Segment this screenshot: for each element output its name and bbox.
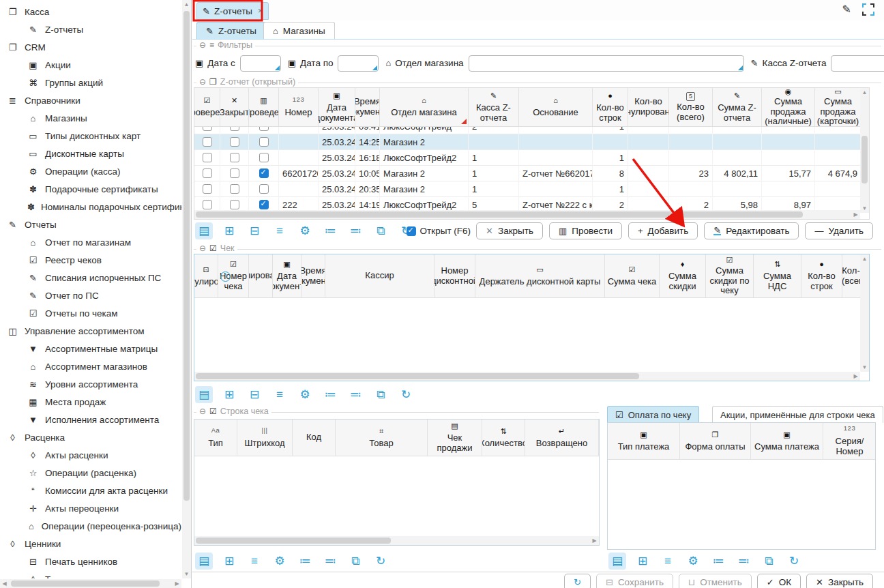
- table-vertical-scrollbar[interactable]: ▲ ▼: [860, 88, 869, 213]
- footer-ок-button[interactable]: ✓ОК: [757, 574, 801, 588]
- column-header[interactable]: 123Номер: [279, 88, 319, 127]
- checkbox-unchecked-icon[interactable]: [203, 184, 212, 194]
- sidebar-item[interactable]: “Комиссии для акта расценки: [0, 482, 181, 499]
- checkbox-unchecked-icon[interactable]: [203, 137, 212, 147]
- numbered-list-icon[interactable]: ≔: [321, 222, 339, 239]
- checkbox-unchecked-icon[interactable]: [230, 137, 239, 147]
- sidebar-item[interactable]: ✛Акты переоценки: [0, 499, 181, 517]
- sidebar-item[interactable]: ▦Места продаж: [0, 393, 181, 411]
- sidebar-item[interactable]: ▭Типы дисконтных карт: [0, 127, 181, 145]
- sidebar-item[interactable]: ☆Операции (расценка): [0, 464, 181, 482]
- add-row-icon[interactable]: ≕: [321, 553, 339, 570]
- sidebar-item[interactable]: ☑Реестр чеков: [0, 251, 181, 269]
- dept-input[interactable]: [469, 56, 743, 71]
- sidebar-item[interactable]: ⌂Отчет по магазинам: [0, 233, 181, 251]
- collapse-icon[interactable]: ⊖: [199, 40, 206, 50]
- sidebar-item[interactable]: ▭Дисконтные карты: [0, 145, 181, 162]
- sidebar-item[interactable]: ✎Z-отчеты: [0, 20, 181, 38]
- sidebar-item[interactable]: ◊Т: [0, 570, 181, 578]
- sidebar-item[interactable]: ⌂Магазины: [0, 109, 181, 127]
- column-header[interactable]: ⌃☑Номер чека: [218, 254, 249, 298]
- expand-icon[interactable]: [862, 3, 874, 16]
- scroll-up-icon[interactable]: ▲: [860, 88, 869, 97]
- sidebar-item[interactable]: ▼Ассортиментные матрицы: [0, 340, 181, 357]
- scrollbar-thumb[interactable]: [183, 11, 190, 501]
- footer-refresh-button[interactable]: ↻: [564, 574, 591, 588]
- sidebar-item[interactable]: ⌂Операции (переоценка-розница): [0, 517, 181, 535]
- add-row-icon[interactable]: ≕: [347, 222, 364, 239]
- column-header[interactable]: Кол-во (всего): [842, 254, 860, 298]
- column-header[interactable]: Время документа: [355, 88, 380, 127]
- filter-icon[interactable]: ≡: [271, 222, 289, 239]
- pencil-icon[interactable]: ✎: [842, 3, 851, 16]
- checkbox-unchecked-icon[interactable]: [230, 153, 239, 162]
- column-header[interactable]: ▣Тип платежа: [608, 423, 680, 460]
- column-header[interactable]: ☑Сумма чека: [605, 254, 660, 298]
- sidebar-item[interactable]: ⊟Печать ценников: [0, 553, 181, 570]
- sidebar-item[interactable]: ✎Отчет по ПС: [0, 286, 181, 304]
- gear-icon[interactable]: ⚙: [296, 222, 314, 239]
- checkbox-unchecked-icon[interactable]: [203, 127, 212, 131]
- view-list-icon[interactable]: ▤: [195, 553, 213, 570]
- numbered-list-icon[interactable]: ≔: [296, 553, 314, 570]
- action-добавить-button[interactable]: +Добавить: [628, 222, 698, 239]
- gear-icon[interactable]: ⚙: [271, 553, 289, 570]
- collapse-icon[interactable]: ⊖: [199, 77, 206, 87]
- scroll-down-icon[interactable]: ▼: [182, 570, 191, 578]
- column-header[interactable]: AaТип: [194, 420, 237, 456]
- view-list-icon[interactable]: ▤: [195, 222, 213, 239]
- sidebar-item[interactable]: ❐Касса: [0, 3, 181, 20]
- refresh-icon[interactable]: ↻: [397, 386, 415, 403]
- column-header[interactable]: Аннулированный: [249, 254, 273, 298]
- checkbox-unchecked-icon[interactable]: [203, 153, 212, 162]
- calendar-add-icon[interactable]: ⊟: [246, 222, 263, 239]
- sidebar-item[interactable]: ⌘Группы акций: [0, 74, 181, 91]
- footer-сохранить-button[interactable]: ⊟Сохранить: [596, 574, 673, 588]
- column-header[interactable]: ▤Чек продажи: [428, 420, 482, 456]
- checkbox-unchecked-icon[interactable]: [230, 184, 239, 194]
- filter-icon[interactable]: ≡: [659, 553, 677, 570]
- checkbox-unchecked-icon[interactable]: [259, 137, 269, 147]
- column-header[interactable]: Кол-во аннулированых: [628, 88, 669, 127]
- sidebar-item[interactable]: ✽Номиналы подарочных сертификатов: [0, 198, 181, 216]
- sidebar-item[interactable]: ⚙Операции (касса): [0, 162, 181, 180]
- date-to-input[interactable]: [338, 56, 378, 71]
- refresh-icon[interactable]: ↻: [372, 553, 389, 570]
- table-vertical-scrollbar[interactable]: ▲ ▼: [860, 254, 869, 372]
- add-row-icon[interactable]: ≕: [735, 553, 752, 570]
- open-external-icon[interactable]: ⧉: [760, 553, 778, 570]
- table-horizontal-scrollbar[interactable]: ▶: [194, 210, 860, 219]
- scrollbar-thumb[interactable]: [196, 211, 803, 218]
- column-header[interactable]: Код: [293, 420, 336, 456]
- sidebar-item[interactable]: ✎Отчеты: [0, 216, 181, 233]
- sidebar-item[interactable]: ▣Акции: [0, 56, 181, 74]
- checkbox-unchecked-icon[interactable]: [259, 153, 269, 162]
- column-header[interactable]: 123Серия/Номер: [823, 423, 875, 460]
- action-закрыть-button[interactable]: ✕Закрыть: [476, 222, 543, 239]
- footer-закрыть-button[interactable]: ✕Закрыть: [806, 574, 873, 588]
- column-header[interactable]: ▭Держатель дисконтной карты: [475, 254, 605, 298]
- collapse-icon[interactable]: ⊖: [199, 407, 206, 416]
- add-row-icon[interactable]: ≕: [347, 386, 364, 403]
- checkbox-checked-icon[interactable]: [407, 226, 416, 236]
- table-row[interactable]: 25.03.2414:25Магазин 2: [194, 134, 861, 150]
- filter-icon[interactable]: ≡: [271, 386, 289, 403]
- tab-zreports[interactable]: ✎ Z-отчеты: [196, 22, 266, 39]
- column-header[interactable]: ◉Сумма продажа (наличные): [762, 88, 815, 127]
- column-header[interactable]: ⌂Отдел магазина: [380, 88, 469, 127]
- numbered-list-icon[interactable]: ≔: [709, 553, 727, 570]
- tab-payment[interactable]: ☑ Оплата по чеку: [607, 406, 699, 423]
- sidebar-item[interactable]: ≋Уровни ассортимента: [0, 375, 181, 393]
- kassa-input[interactable]: [831, 56, 884, 71]
- checkbox-unchecked-icon[interactable]: [230, 168, 239, 178]
- column-header[interactable]: ✎Касса Z-отчета: [469, 88, 519, 127]
- scroll-down-icon[interactable]: ▼: [860, 204, 869, 213]
- checkbox-unchecked-icon[interactable]: [203, 168, 212, 178]
- gear-icon[interactable]: ⚙: [684, 553, 702, 570]
- column-header[interactable]: ⇅Сумма НДС: [754, 254, 801, 298]
- column-header[interactable]: ↵Возвращено: [525, 420, 599, 456]
- column-header[interactable]: ✎Сумма Z-отчета: [713, 88, 762, 127]
- column-header[interactable]: Кассир: [325, 254, 434, 298]
- footer-отменить-button[interactable]: ⊔Отменить: [679, 574, 752, 588]
- open-external-icon[interactable]: ⧉: [347, 553, 364, 570]
